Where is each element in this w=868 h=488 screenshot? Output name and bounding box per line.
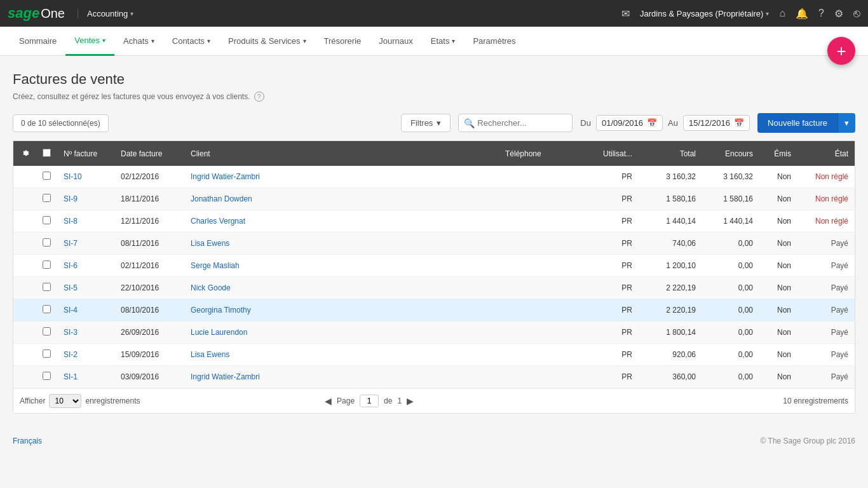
row-invoice-num[interactable]: SI-3: [57, 322, 114, 344]
new-invoice-dropdown-button[interactable]: ▾: [837, 113, 855, 133]
row-checkbox[interactable]: [43, 283, 51, 291]
page-subtitle-text: Créez, consultez et gérez les factures q…: [13, 92, 250, 101]
row-invoice-num[interactable]: SI-4: [57, 299, 114, 322]
th-utilisateur[interactable]: Utilisat...: [581, 141, 639, 166]
row-settings-cell: [13, 255, 36, 277]
th-settings[interactable]: [13, 141, 36, 166]
nav-achats[interactable]: Achats ▾: [114, 27, 163, 56]
page-input[interactable]: [360, 395, 379, 407]
language-selector[interactable]: Français: [13, 437, 42, 445]
row-invoice-num[interactable]: SI-5: [57, 277, 114, 299]
nav-etats[interactable]: Etats ▾: [422, 27, 465, 56]
bell-icon[interactable]: 🔔: [796, 8, 808, 20]
row-checkbox-cell[interactable]: [36, 210, 57, 233]
row-client[interactable]: Nick Goode: [184, 277, 499, 299]
row-checkbox[interactable]: [43, 349, 51, 358]
th-telephone[interactable]: Téléphone: [499, 141, 581, 166]
row-checkbox[interactable]: [43, 305, 51, 313]
app-selector[interactable]: Accounting ▾: [78, 9, 136, 18]
row-telephone: [499, 366, 581, 388]
row-checkbox-cell[interactable]: [36, 255, 57, 277]
row-checkbox-cell[interactable]: [36, 366, 57, 388]
row-date: 02/12/2016: [114, 166, 184, 188]
row-settings-cell: [13, 277, 36, 299]
row-client[interactable]: Serge Masliah: [184, 255, 499, 277]
th-total[interactable]: Total: [639, 141, 702, 166]
row-checkbox[interactable]: [43, 261, 51, 269]
row-checkbox-cell[interactable]: [36, 277, 57, 299]
row-checkbox-cell[interactable]: [36, 166, 57, 188]
subtitle-help-icon[interactable]: ?: [254, 92, 264, 102]
filters-button[interactable]: Filtres ▾: [401, 114, 451, 132]
row-client[interactable]: Ingrid Watier-Zambri: [184, 166, 499, 188]
company-selector[interactable]: Jardins & Paysages (Propriétaire) ▾: [640, 9, 769, 18]
row-invoice-num[interactable]: SI-10: [57, 166, 114, 188]
th-num[interactable]: Nº facture: [57, 141, 114, 166]
th-date[interactable]: Date facture: [114, 141, 184, 166]
row-emis: Non: [759, 210, 797, 233]
row-client[interactable]: Jonathan Dowden: [184, 188, 499, 210]
row-checkbox-cell[interactable]: [36, 188, 57, 210]
select-all-checkbox[interactable]: [43, 149, 51, 157]
new-invoice-button[interactable]: Nouvelle facture: [757, 113, 837, 133]
th-emis[interactable]: Émis: [759, 141, 797, 166]
row-invoice-num[interactable]: SI-7: [57, 233, 114, 255]
row-encours: 0,00: [702, 366, 759, 388]
nav-tresorerie[interactable]: Trésorerie: [315, 27, 370, 56]
logout-icon[interactable]: ⎋: [853, 7, 860, 20]
date-to-calendar-icon[interactable]: 📅: [734, 118, 744, 128]
row-settings-cell: [13, 299, 36, 322]
next-page-button[interactable]: ▶: [407, 396, 414, 406]
th-etat[interactable]: État: [797, 141, 855, 166]
row-client[interactable]: Charles Vergnat: [184, 210, 499, 233]
settings-icon[interactable]: ⚙: [834, 8, 843, 20]
row-total: 1 580,16: [639, 188, 702, 210]
date-from-calendar-icon[interactable]: 📅: [647, 118, 657, 128]
fab-button[interactable]: +: [827, 37, 855, 65]
nav-sommaire[interactable]: Sommaire: [10, 27, 65, 56]
row-checkbox-cell[interactable]: [36, 344, 57, 366]
nav-produits[interactable]: Produits & Services ▾: [219, 27, 315, 56]
row-client[interactable]: Lucie Laurendon: [184, 322, 499, 344]
row-date: 18/11/2016: [114, 188, 184, 210]
nav-contacts[interactable]: Contacts ▾: [163, 27, 219, 56]
nav-ventes[interactable]: Ventes ▾: [65, 27, 114, 56]
help-icon[interactable]: ?: [818, 8, 824, 19]
row-checkbox[interactable]: [43, 372, 51, 380]
row-checkbox-cell[interactable]: [36, 322, 57, 344]
row-invoice-num[interactable]: SI-6: [57, 255, 114, 277]
nav-parametres[interactable]: Paramètres: [464, 27, 524, 56]
row-invoice-num[interactable]: SI-8: [57, 210, 114, 233]
row-etat: Non réglé: [797, 166, 855, 188]
search-input[interactable]: [475, 114, 567, 132]
row-invoice-num[interactable]: SI-9: [57, 188, 114, 210]
prev-page-button[interactable]: ◀: [325, 396, 332, 406]
row-client[interactable]: Ingrid Watier-Zambri: [184, 366, 499, 388]
row-checkbox[interactable]: [43, 194, 51, 202]
row-telephone: [499, 322, 581, 344]
per-page-select[interactable]: 10 25 50 100: [49, 394, 81, 408]
date-from-input[interactable]: 01/09/2016 📅: [596, 115, 663, 131]
date-to-input[interactable]: 15/12/2016 📅: [683, 115, 750, 131]
row-checkbox[interactable]: [43, 327, 51, 336]
table-row: SI-5 22/10/2016 Nick Goode PR 2 220,19 0…: [13, 277, 855, 299]
enregistrements-label: enregistrements: [85, 396, 140, 405]
page-footer: Français © The Sage Group plc 2016: [0, 429, 868, 453]
th-encours[interactable]: Encours: [702, 141, 759, 166]
row-checkbox[interactable]: [43, 238, 51, 247]
th-client[interactable]: Client: [184, 141, 499, 166]
table-row: SI-6 02/11/2016 Serge Masliah PR 1 200,1…: [13, 255, 855, 277]
th-checkbox[interactable]: [36, 141, 57, 166]
row-checkbox[interactable]: [43, 172, 51, 180]
mail-icon[interactable]: ✉: [621, 8, 630, 20]
row-client[interactable]: Georgina Timothy: [184, 299, 499, 322]
row-invoice-num[interactable]: SI-1: [57, 366, 114, 388]
nav-journaux[interactable]: Journaux: [370, 27, 421, 56]
row-checkbox[interactable]: [43, 216, 51, 224]
home-icon[interactable]: ⌂: [779, 8, 785, 19]
row-invoice-num[interactable]: SI-2: [57, 344, 114, 366]
row-checkbox-cell[interactable]: [36, 299, 57, 322]
row-client[interactable]: Lisa Ewens: [184, 233, 499, 255]
row-checkbox-cell[interactable]: [36, 233, 57, 255]
row-client[interactable]: Lisa Ewens: [184, 344, 499, 366]
